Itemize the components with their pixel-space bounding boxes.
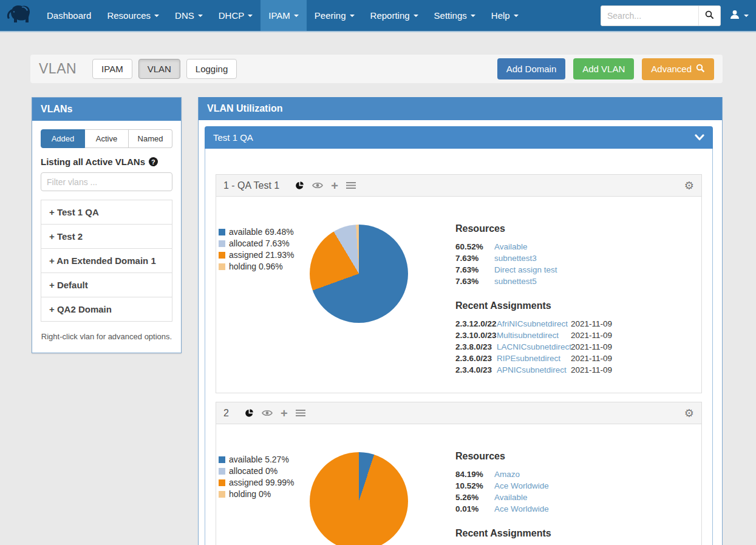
vlan-domain-test2[interactable]: + Test 2: [41, 225, 172, 249]
advanced-button[interactable]: Advanced: [642, 58, 714, 80]
legend-item-available: available 5.27%: [219, 455, 310, 464]
list-icon[interactable]: [296, 409, 305, 417]
section-2-content: available 5.27% allocated 0% assigned 99…: [216, 424, 701, 545]
eye-icon[interactable]: [262, 409, 273, 417]
resource-link[interactable]: Direct assign test: [494, 265, 695, 274]
vlan-domain-test1qa[interactable]: + Test 1 QA: [41, 200, 172, 225]
assignment-row: 2.3.10.0/23Multisubnetdirect2021-11-09: [455, 331, 695, 340]
search-input[interactable]: [601, 6, 698, 25]
vlan-domain-extended1[interactable]: + An Extended Domain 1: [41, 249, 172, 273]
resource-row: 0.01%Ace Worldwide: [455, 504, 695, 513]
pie-chart-icon[interactable]: [245, 408, 254, 418]
nav-item-dns[interactable]: DNS: [167, 0, 211, 31]
legend-item-allocated: allocated 0%: [219, 466, 310, 476]
legend-item-assigned: assigned 21.93%: [219, 250, 310, 260]
gear-icon[interactable]: ⚙: [684, 408, 694, 419]
legend-swatch: [219, 456, 225, 463]
resource-link[interactable]: Available: [494, 242, 695, 251]
legend-item-assigned: assigned 99.99%: [219, 478, 310, 487]
search-icon: [705, 10, 714, 21]
tab-added[interactable]: Added: [41, 129, 85, 148]
view-button-vlan[interactable]: VLAN: [138, 59, 180, 79]
nav-label: Resources: [107, 10, 151, 21]
vlan-section-1: 1 - QA Test 1 + ⚙: [216, 174, 702, 393]
nav-item-settings[interactable]: Settings: [426, 0, 483, 31]
legend-swatch: [219, 240, 225, 247]
resource-link[interactable]: subnettest5: [494, 277, 695, 286]
legend-label: holding: [229, 262, 256, 271]
nav-label: Help: [491, 10, 510, 21]
assignment-link[interactable]: Multisubnetdirect: [497, 331, 571, 340]
resource-link[interactable]: Ace Worldwide: [494, 481, 695, 490]
vlans-panel-body: Added Active Named Listing all Active VL…: [32, 121, 181, 353]
utilization-pie-chart[interactable]: [310, 452, 408, 545]
section-1-header: 1 - QA Test 1 + ⚙: [216, 175, 701, 197]
pie-chart-icon[interactable]: [295, 181, 304, 190]
vlan-utilization-panel: VLAN Utilization Test 1 QA 1 - QA Test 1: [198, 97, 723, 545]
legend-value: 7.63%: [265, 239, 290, 248]
nav-label: Dashboard: [47, 10, 91, 21]
utilization-pie-chart[interactable]: [310, 225, 408, 323]
legend-label: assigned: [229, 478, 263, 487]
app-logo[interactable]: [0, 0, 39, 31]
nav-label: Peering: [315, 10, 346, 21]
resource-link[interactable]: Available: [494, 493, 695, 502]
assignment-link[interactable]: APNICsubnetdirect: [497, 365, 571, 374]
assignment-date: 2021-11-09: [571, 365, 695, 374]
resource-pct: 7.63%: [455, 277, 494, 286]
list-icon[interactable]: [346, 181, 356, 189]
caret-down-icon: [294, 15, 299, 17]
resource-pct: 84.19%: [455, 470, 494, 479]
legend-label: allocated: [229, 239, 263, 248]
utilization-panel-title: VLAN Utilization: [199, 97, 722, 120]
resource-row: 7.63%Direct assign test: [455, 265, 695, 274]
legend-item-allocated: allocated 7.63%: [219, 239, 310, 248]
vlan-filter-tabs: Added Active Named: [41, 129, 172, 148]
plus-icon[interactable]: +: [281, 407, 288, 419]
resource-pct: 10.52%: [455, 481, 494, 490]
gear-icon[interactable]: ⚙: [684, 180, 694, 191]
nav-item-dhcp[interactable]: DHCP: [211, 0, 261, 31]
vlans-footnote: Right-click vlan for advanced options.: [41, 332, 172, 341]
plus-icon[interactable]: +: [331, 180, 338, 192]
chevron-down-icon[interactable]: [695, 132, 704, 143]
legend-value: 21.93%: [265, 250, 294, 260]
legend-value: 99.99%: [265, 478, 294, 487]
resource-link[interactable]: subnettest3: [494, 254, 695, 263]
caret-down-icon: [414, 15, 418, 17]
view-button-logging[interactable]: Logging: [186, 59, 237, 79]
listing-label: Listing all Active VLANs ?: [41, 157, 172, 167]
assignment-row: 2.3.4.0/23APNICsubnetdirect2021-11-09: [455, 365, 695, 374]
nav-item-peering[interactable]: Peering: [307, 0, 363, 31]
eye-icon[interactable]: [312, 181, 323, 189]
nav-item-dashboard[interactable]: Dashboard: [39, 0, 99, 31]
user-menu[interactable]: [729, 9, 749, 22]
assignment-link[interactable]: AfriNICsubnetdirect: [497, 319, 571, 328]
nav-item-resources[interactable]: Resources: [99, 0, 167, 31]
assignment-cidr: 2.3.6.0/23: [455, 354, 497, 363]
assignment-link[interactable]: RIPEsubnetdirect: [497, 354, 571, 363]
assignment-date: 2021-11-09: [571, 319, 695, 328]
nav-item-reporting[interactable]: Reporting: [363, 0, 426, 31]
group-title: Test 1 QA: [213, 132, 253, 143]
legend-value: 69.48%: [265, 227, 293, 237]
tab-named[interactable]: Named: [129, 129, 172, 148]
vlan-domain-default[interactable]: + Default: [41, 273, 172, 297]
assignment-date: 2021-11-09: [571, 354, 695, 363]
view-button-ipam[interactable]: IPAM: [92, 59, 132, 79]
nav-item-help[interactable]: Help: [483, 0, 526, 31]
resource-link[interactable]: Ace Worldwide: [494, 504, 695, 513]
group-bar-test1qa[interactable]: Test 1 QA: [205, 126, 713, 149]
vlan-domain-qa2[interactable]: + QA2 Domain: [41, 297, 172, 321]
caret-down-icon: [350, 15, 355, 17]
assignment-link[interactable]: LACNICsubnetdirect: [497, 342, 571, 351]
add-domain-button[interactable]: Add Domain: [497, 58, 566, 80]
vlan-filter-input[interactable]: [41, 172, 172, 191]
nav-item-ipam[interactable]: IPAM: [261, 0, 307, 31]
help-question-icon[interactable]: ?: [149, 157, 158, 166]
legend-value: 5.27%: [265, 455, 289, 464]
resource-link[interactable]: Amazo: [494, 470, 695, 479]
tab-active[interactable]: Active: [85, 129, 129, 148]
add-vlan-button[interactable]: Add VLAN: [573, 58, 634, 80]
search-button[interactable]: [698, 6, 720, 25]
